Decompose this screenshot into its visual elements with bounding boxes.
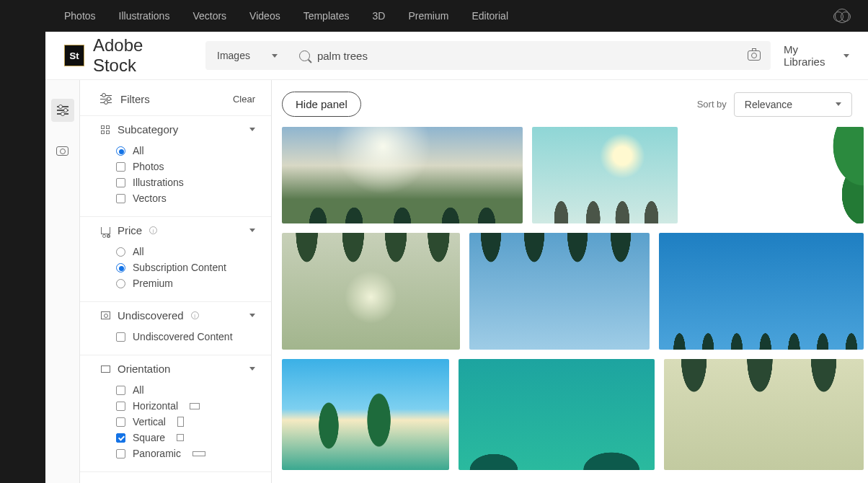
- my-libraries-menu[interactable]: My Libraries: [784, 43, 849, 68]
- chevron-down-icon: [272, 54, 278, 58]
- checkbox-icon: [116, 417, 125, 427]
- panoramic-icon: [192, 451, 205, 456]
- results-area: Hide panel Sort by Relevance: [272, 80, 868, 483]
- vertical-icon: [177, 417, 184, 427]
- sort-control: Sort by Relevance: [697, 92, 852, 117]
- checkbox-icon: [116, 402, 125, 411]
- chevron-down-icon: [843, 54, 849, 58]
- radio-icon: [116, 146, 125, 156]
- subcategory-photos[interactable]: Photos: [116, 159, 255, 174]
- horizontal-icon: [190, 403, 200, 409]
- rectangle-icon: [100, 364, 110, 374]
- nav-photos[interactable]: Photos: [64, 10, 96, 22]
- brand[interactable]: St Adobe Stock: [64, 35, 184, 76]
- nav-3d[interactable]: 3D: [372, 10, 385, 22]
- orientation-title: Orientation: [118, 363, 170, 375]
- search-bar: Images: [205, 41, 771, 70]
- nav-illustrations[interactable]: Illustrations: [119, 10, 170, 22]
- my-libraries-label: My Libraries: [784, 43, 838, 68]
- visual-search-icon[interactable]: [748, 50, 761, 61]
- brand-logo-icon: St: [64, 45, 84, 66]
- creative-cloud-icon[interactable]: [835, 9, 849, 23]
- clear-filters-button[interactable]: Clear: [233, 94, 255, 105]
- result-thumbnail[interactable]: [282, 359, 449, 470]
- subcategory-illustrations[interactable]: Illustrations: [116, 174, 255, 190]
- checkbox-icon: [116, 178, 125, 187]
- radio-icon: [116, 263, 125, 272]
- orientation-section: Orientation All Horizontal Vertical Squa…: [80, 355, 271, 471]
- sliders-icon: [100, 94, 112, 105]
- info-icon[interactable]: [191, 311, 199, 319]
- visual-search-rail-button[interactable]: [51, 139, 74, 162]
- sort-select[interactable]: Relevance: [734, 92, 852, 117]
- category-nav: Photos Illustrations Vectors Videos Temp…: [45, 0, 868, 32]
- nav-editorial[interactable]: Editorial: [471, 10, 508, 22]
- left-rail: [45, 80, 80, 483]
- nav-vectors[interactable]: Vectors: [192, 10, 226, 22]
- orientation-square[interactable]: Square: [116, 430, 255, 446]
- orientation-all[interactable]: All: [116, 382, 255, 398]
- subcategory-header[interactable]: Subcategory: [100, 123, 255, 136]
- search-box: [289, 41, 771, 70]
- filters-rail-button[interactable]: [51, 99, 74, 122]
- checkbox-icon: [116, 162, 125, 172]
- price-all[interactable]: All: [116, 244, 255, 260]
- undiscovered-title: Undiscovered: [118, 309, 184, 322]
- subcategory-section: Subcategory All Photos Illustrations Vec…: [80, 115, 271, 216]
- image-gallery: [282, 127, 868, 470]
- checkbox-icon: [116, 433, 125, 443]
- checkbox-icon: [116, 386, 125, 395]
- orientation-header[interactable]: Orientation: [100, 363, 255, 375]
- result-thumbnail[interactable]: [687, 127, 864, 223]
- result-thumbnail[interactable]: [659, 233, 864, 350]
- result-thumbnail[interactable]: [469, 233, 650, 350]
- frame-icon: [100, 311, 110, 321]
- camera-icon: [56, 146, 68, 156]
- cart-icon: [100, 226, 110, 236]
- hide-panel-button[interactable]: Hide panel: [282, 92, 361, 117]
- nav-templates[interactable]: Templates: [304, 10, 350, 22]
- orientation-horizontal[interactable]: Horizontal: [116, 398, 255, 414]
- result-thumbnail[interactable]: [532, 127, 678, 223]
- info-icon[interactable]: [149, 226, 157, 234]
- next-section: [80, 471, 271, 483]
- search-type-select[interactable]: Images: [205, 41, 289, 70]
- search-type-label: Images: [217, 50, 250, 61]
- chevron-down-icon: [249, 128, 255, 131]
- header: St Adobe Stock Images My Libraries: [45, 32, 868, 80]
- nav-videos[interactable]: Videos: [249, 10, 280, 22]
- result-thumbnail[interactable]: [282, 233, 460, 350]
- subcategory-vectors[interactable]: Vectors: [116, 190, 255, 206]
- checkbox-icon: [116, 332, 125, 342]
- undiscovered-content[interactable]: Undiscovered Content: [116, 329, 255, 345]
- undiscovered-section: Undiscovered Undiscovered Content: [80, 301, 271, 355]
- price-premium[interactable]: Premium: [116, 275, 255, 291]
- price-title: Price: [118, 224, 142, 236]
- nav-premium[interactable]: Premium: [408, 10, 448, 22]
- sort-by-label: Sort by: [697, 99, 727, 110]
- checkbox-icon: [116, 194, 125, 203]
- sort-value: Relevance: [745, 99, 792, 110]
- price-header[interactable]: Price: [100, 224, 255, 236]
- orientation-vertical[interactable]: Vertical: [116, 414, 255, 430]
- chevron-down-icon: [249, 367, 255, 371]
- price-subscription[interactable]: Subscription Content: [116, 260, 255, 275]
- square-icon: [177, 434, 184, 441]
- result-thumbnail[interactable]: [282, 127, 523, 223]
- radio-icon: [116, 247, 125, 257]
- filters-title: Filters: [120, 93, 150, 105]
- result-thumbnail[interactable]: [664, 359, 864, 470]
- subcategory-all[interactable]: All: [116, 143, 255, 159]
- brand-name: Adobe Stock: [93, 35, 184, 76]
- price-section: Price All Subscription Content Premium: [80, 216, 271, 301]
- radio-icon: [116, 279, 125, 288]
- chevron-down-icon: [836, 102, 841, 106]
- results-toolbar: Hide panel Sort by Relevance: [282, 92, 868, 117]
- result-thumbnail[interactable]: [459, 359, 655, 470]
- search-input[interactable]: [317, 50, 748, 62]
- subcategory-title: Subcategory: [118, 123, 178, 136]
- orientation-panoramic[interactable]: Panoramic: [116, 446, 255, 461]
- undiscovered-header[interactable]: Undiscovered: [100, 309, 255, 322]
- chevron-down-icon: [249, 314, 255, 317]
- chevron-down-icon: [249, 229, 255, 232]
